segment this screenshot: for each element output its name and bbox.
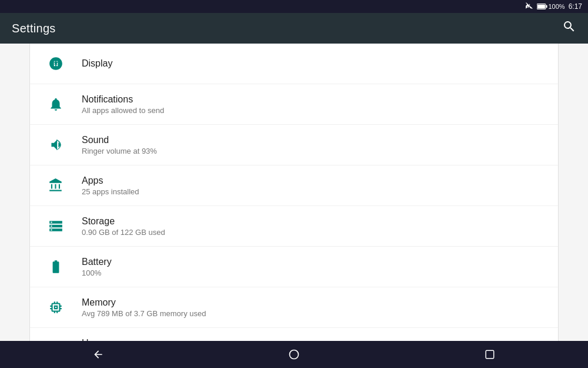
recent-apps-button[interactable] [477,342,503,367]
notifications-icon [44,92,68,116]
sound-title: Sound [82,135,157,145]
notifications-title: Notifications [82,94,164,105]
back-button[interactable] [85,342,111,367]
svg-rect-1 [537,5,545,9]
search-button[interactable] [562,19,576,37]
battery-percent: 100% [549,3,565,10]
home-button[interactable] [281,342,307,367]
battery-subtitle: 100% [82,268,112,277]
memory-subtitle: Avg 789 MB of 3.7 GB memory used [82,309,206,318]
settings-item-memory[interactable]: Memory Avg 789 MB of 3.7 GB memory used [30,287,558,328]
settings-item-users[interactable]: Users Signed in as Owner [30,328,558,341]
status-bar: 100% 6:17 [0,0,588,13]
app-bar: Settings [0,13,588,44]
main-content: Display Notifications All apps allowed t… [0,44,588,341]
sound-icon [44,133,68,157]
storage-subtitle: 0.90 GB of 122 GB used [82,228,165,237]
bottom-navigation [0,341,588,368]
apps-subtitle: 25 apps installed [82,187,139,196]
video-off-icon [525,2,533,11]
battery-title: Battery [82,257,112,267]
memory-text: Memory Avg 789 MB of 3.7 GB memory used [82,297,206,318]
storage-title: Storage [82,216,165,227]
settings-item-sound[interactable]: Sound Ringer volume at 93% [30,125,558,165]
storage-text: Storage 0.90 GB of 122 GB used [82,216,165,237]
storage-icon [44,214,68,238]
settings-item-display[interactable]: Display [30,44,558,84]
settings-list: Display Notifications All apps allowed t… [29,44,559,341]
status-bar-right: 100% 6:17 [525,2,583,11]
apps-title: Apps [82,175,139,186]
notifications-subtitle: All apps allowed to send [82,106,164,115]
sound-subtitle: Ringer volume at 93% [82,147,157,155]
memory-title: Memory [82,297,206,308]
settings-item-apps[interactable]: Apps 25 apps installed [30,165,558,206]
display-icon [44,52,68,75]
clock: 6:17 [569,2,582,11]
display-title: Display [82,58,112,69]
battery-icon [44,255,68,279]
apps-icon [44,174,68,197]
settings-item-storage[interactable]: Storage 0.90 GB of 122 GB used [30,206,558,247]
users-icon [44,336,68,341]
settings-item-battery[interactable]: Battery 100% [30,247,558,287]
battery-text: Battery 100% [82,257,112,277]
notifications-text: Notifications All apps allowed to send [82,94,164,115]
apps-text: Apps 25 apps installed [82,175,139,196]
battery-status: 100% [537,3,565,10]
settings-item-notifications[interactable]: Notifications All apps allowed to send [30,84,558,125]
svg-rect-2 [546,5,547,8]
sound-text: Sound Ringer volume at 93% [82,135,157,155]
svg-rect-6 [486,350,495,359]
memory-icon [44,296,68,319]
page-title: Settings [12,22,56,35]
svg-point-5 [289,350,298,359]
display-text: Display [82,58,112,69]
